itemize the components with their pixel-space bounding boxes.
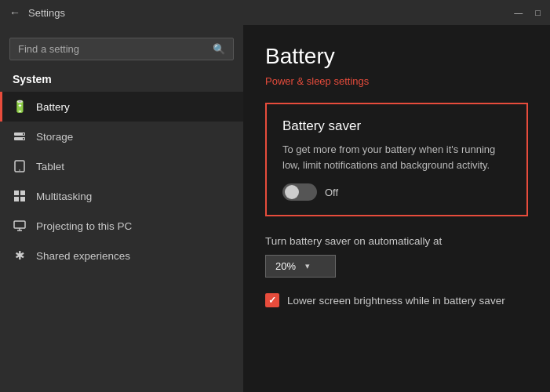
- nav-label-tablet: Tablet: [36, 161, 64, 172]
- brightness-checkbox[interactable]: ✓: [265, 293, 279, 307]
- nav-label-battery: Battery: [36, 101, 70, 113]
- auto-saver-section: Turn battery saver on automatically at 2…: [265, 235, 528, 278]
- multitasking-icon: [13, 189, 27, 203]
- chevron-down-icon: ▾: [305, 261, 310, 271]
- svg-point-2: [23, 133, 24, 135]
- sidebar-item-storage[interactable]: Storage: [0, 122, 243, 151]
- dropdown-value: 20%: [275, 260, 296, 272]
- nav-label-shared: Shared experiences: [36, 250, 130, 262]
- sidebar: 🔍 System 🔋 Battery Storage: [0, 25, 243, 392]
- brightness-checkbox-row: ✓ Lower screen brightness while in batte…: [265, 293, 528, 307]
- svg-rect-9: [20, 197, 25, 201]
- percentage-dropdown[interactable]: 20% ▾: [265, 255, 336, 278]
- window-title: Settings: [28, 7, 65, 19]
- battery-saver-card: Battery saver To get more from your batt…: [265, 103, 528, 216]
- battery-icon: 🔋: [13, 100, 27, 114]
- storage-icon: [13, 129, 27, 143]
- back-button[interactable]: ←: [9, 6, 20, 19]
- auto-saver-label: Turn battery saver on automatically at: [265, 235, 528, 247]
- sidebar-item-tablet[interactable]: Tablet: [0, 151, 243, 181]
- window-controls: — □: [514, 8, 541, 17]
- brightness-checkbox-label: Lower screen brightness while in battery…: [287, 295, 505, 307]
- toggle-off-label: Off: [325, 187, 338, 198]
- svg-point-3: [23, 138, 24, 140]
- toggle-row: Off: [282, 183, 511, 201]
- maximize-button[interactable]: □: [535, 8, 541, 17]
- battery-saver-toggle[interactable]: [282, 183, 317, 201]
- sidebar-item-battery[interactable]: 🔋 Battery: [0, 92, 243, 122]
- svg-rect-8: [14, 197, 19, 201]
- section-label: System: [0, 70, 243, 92]
- projecting-icon: [13, 219, 27, 233]
- svg-point-5: [19, 169, 20, 171]
- content-area: Battery Power & sleep settings Battery s…: [243, 25, 550, 392]
- checkmark-icon: ✓: [268, 295, 276, 306]
- shared-icon: ✱: [13, 249, 27, 263]
- main-layout: 🔍 System 🔋 Battery Storage: [0, 25, 550, 392]
- sidebar-item-multitasking[interactable]: Multitasking: [0, 181, 243, 211]
- page-title: Battery: [265, 44, 528, 69]
- search-icon: 🔍: [213, 43, 225, 55]
- toggle-knob: [285, 185, 299, 199]
- search-box[interactable]: 🔍: [9, 38, 234, 60]
- battery-saver-title: Battery saver: [282, 118, 511, 134]
- sidebar-item-projecting[interactable]: Projecting to this PC: [0, 211, 243, 241]
- battery-saver-description: To get more from your battery when it's …: [282, 142, 511, 172]
- tablet-icon: [13, 159, 27, 173]
- nav-label-multitasking: Multitasking: [36, 191, 92, 202]
- svg-rect-7: [20, 191, 25, 195]
- sidebar-item-shared[interactable]: ✱ Shared experiences: [0, 241, 243, 270]
- power-sleep-link[interactable]: Power & sleep settings: [265, 75, 369, 87]
- nav-label-storage: Storage: [36, 131, 73, 143]
- svg-rect-10: [14, 221, 25, 228]
- search-input[interactable]: [18, 43, 206, 55]
- minimize-button[interactable]: —: [514, 8, 523, 17]
- nav-label-projecting: Projecting to this PC: [36, 220, 132, 232]
- title-bar: ← Settings — □: [0, 0, 550, 25]
- svg-rect-6: [14, 191, 19, 195]
